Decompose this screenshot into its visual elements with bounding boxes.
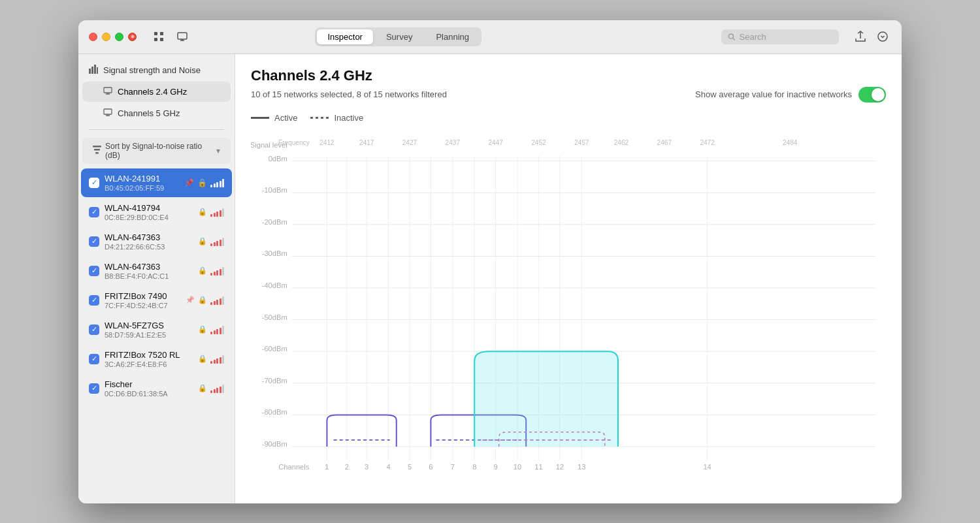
signal-bar	[222, 385, 224, 393]
chevron-down-icon[interactable]	[874, 28, 891, 45]
chart-legend: Active Inactive	[251, 113, 886, 123]
svg-text:-60dBm: -60dBm	[262, 345, 287, 353]
content-subtitle: 10 of 15 networks selected, 8 of 15 netw…	[251, 87, 886, 103]
chart-container: Signal level 0dBm -10dBm -20dBm -30dBm -…	[251, 125, 886, 503]
svg-rect-13	[97, 67, 98, 74]
svg-text:10: 10	[514, 463, 521, 471]
svg-text:-80dBm: -80dBm	[262, 408, 287, 416]
signal-bar	[216, 212, 218, 217]
minimize-button[interactable]	[102, 33, 110, 41]
svg-rect-2	[154, 38, 157, 41]
record-button[interactable]	[128, 33, 137, 41]
network-checkbox[interactable]: ✓	[89, 236, 99, 247]
legend-inactive: Inactive	[310, 113, 363, 123]
signal-bar	[216, 241, 218, 246]
network-name: WLAN-5FZ7GS	[105, 321, 198, 330]
nav-tabs: Inspector Survey Planning	[315, 27, 482, 46]
network-checkbox[interactable]: ✓	[89, 207, 99, 217]
signal-bar	[210, 390, 212, 393]
network-name: FRITZ!Box 7520 RL	[105, 350, 198, 360]
tab-inspector[interactable]: Inspector	[317, 29, 372, 44]
network-item[interactable]: ✓ WLAN-647363 B8:BE:F4:F0:AC:C1 🔒	[81, 257, 232, 285]
svg-text:-10dBm: -10dBm	[262, 186, 287, 194]
signal-bar	[220, 357, 221, 364]
network-name: WLAN-241991	[105, 174, 184, 183]
signal-bar	[214, 183, 216, 187]
monitor-icon[interactable]	[173, 27, 191, 46]
search-bar[interactable]	[721, 29, 839, 44]
inactive-toggle[interactable]	[858, 87, 886, 103]
sidebar-item-channels-24[interactable]: Channels 2.4 GHz	[82, 82, 231, 102]
network-checkbox[interactable]: ✓	[89, 295, 99, 306]
sidebar-section-signal[interactable]: Signal strength and Noise	[78, 59, 235, 81]
network-name: Fischer	[105, 379, 198, 389]
svg-text:2462: 2462	[614, 139, 629, 146]
network-checkbox[interactable]: ✓	[89, 325, 99, 335]
signal-bars	[210, 266, 224, 276]
network-mac: B0:45:02:05:FF:59	[105, 184, 184, 192]
svg-text:1: 1	[325, 463, 329, 471]
network-item[interactable]: ✓ WLAN-419794 0C:8E:29:BD:0C:E4 🔒	[81, 198, 232, 227]
network-item[interactable]: ✓ Fischer 0C:D6:BD:61:38:5A 🔒	[81, 374, 232, 403]
svg-text:2484: 2484	[783, 139, 798, 146]
network-checkbox[interactable]: ✓	[89, 383, 99, 394]
signal-bars	[210, 325, 224, 334]
network-meta: 🔒	[198, 237, 224, 246]
search-input[interactable]	[740, 32, 832, 42]
svg-text:7: 7	[451, 463, 455, 471]
grid-icon[interactable]	[150, 27, 168, 46]
svg-text:12: 12	[556, 463, 564, 471]
sidebar-divider	[89, 129, 224, 130]
sort-control[interactable]: Sort by Signal-to-noise ratio (dB) ▾	[82, 138, 231, 164]
network-item[interactable]: ✓ FRITZ!Box 7490 7C:FF:4D:52:4B:C7 📌 🔒	[81, 286, 232, 315]
tab-survey[interactable]: Survey	[376, 29, 423, 44]
network-info: WLAN-647363 D4:21:22:66:6C:53	[105, 232, 198, 251]
maximize-button[interactable]	[115, 33, 123, 41]
tab-planning[interactable]: Planning	[425, 29, 480, 44]
network-list: ✓ WLAN-241991 B0:45:02:05:FF:59 📌 🔒	[78, 166, 235, 498]
inactive-legend-label: Inactive	[334, 113, 363, 123]
signal-bars	[210, 355, 224, 364]
svg-text:13: 13	[578, 463, 585, 471]
svg-text:3: 3	[365, 463, 368, 471]
network-checkbox[interactable]: ✓	[89, 266, 99, 276]
svg-text:5: 5	[408, 463, 412, 471]
network-meta: 🔒	[198, 266, 224, 276]
network-item[interactable]: ✓ WLAN-5FZ7GS 58:D7:59:A1:E2:E5 🔒	[81, 315, 232, 344]
sort-label: Sort by Signal-to-noise ratio (dB)	[105, 142, 212, 160]
signal-bar	[216, 329, 218, 334]
svg-text:2437: 2437	[446, 139, 461, 146]
svg-rect-17	[104, 109, 112, 114]
active-line-icon	[251, 117, 269, 119]
network-item[interactable]: ✓ WLAN-647363 D4:21:22:66:6C:53 🔒	[81, 227, 232, 256]
network-count-label: 10 of 15 networks selected, 8 of 15 netw…	[251, 89, 447, 99]
share-button[interactable]	[852, 28, 869, 45]
sidebar-item-channels-5[interactable]: Channels 5 GHz	[82, 103, 231, 123]
wifi-5-icon	[103, 108, 112, 119]
network-meta: 🔒	[198, 384, 224, 393]
network-mac: 58:D7:59:A1:E2:E5	[105, 331, 198, 339]
svg-text:Frequency: Frequency	[278, 139, 310, 146]
signal-bar	[210, 185, 212, 187]
lock-icon: 🔒	[198, 296, 207, 304]
network-item[interactable]: ✓ FRITZ!Box 7520 RL 3C:A6:2F:E4:E8:F6 🔒	[81, 345, 232, 373]
channel-chart: Signal level 0dBm -10dBm -20dBm -30dBm -…	[251, 125, 886, 503]
signal-bar	[222, 267, 224, 276]
network-info: WLAN-419794 0C:8E:29:BD:0C:E4	[105, 203, 198, 221]
signal-bars	[210, 208, 224, 217]
svg-text:2457: 2457	[574, 139, 589, 146]
network-info: WLAN-5FZ7GS 58:D7:59:A1:E2:E5	[105, 321, 198, 339]
svg-text:-40dBm: -40dBm	[262, 281, 287, 289]
network-checkbox[interactable]: ✓	[89, 178, 99, 188]
close-button[interactable]	[89, 33, 97, 41]
lock-icon: 🔒	[198, 384, 207, 392]
wifi-24-icon	[103, 86, 112, 97]
network-checkbox[interactable]: ✓	[89, 354, 99, 364]
lock-icon: 🔒	[198, 355, 207, 363]
signal-bar	[214, 272, 216, 276]
svg-rect-21	[94, 149, 100, 151]
bar-chart-icon	[89, 65, 98, 76]
signal-bar	[210, 332, 212, 334]
signal-bars	[210, 237, 224, 246]
network-item[interactable]: ✓ WLAN-241991 B0:45:02:05:FF:59 📌 🔒	[81, 168, 232, 197]
